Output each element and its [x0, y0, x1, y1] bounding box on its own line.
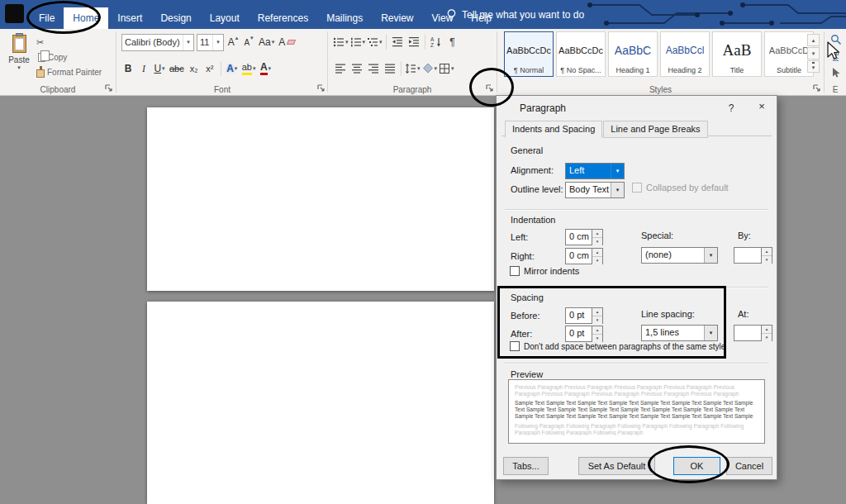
- close-button[interactable]: ×: [753, 100, 770, 112]
- help-button[interactable]: ?: [725, 102, 738, 114]
- show-formatting-button[interactable]: ¶: [445, 34, 460, 51]
- copy-button[interactable]: Copy: [36, 50, 67, 64]
- chevron-down-icon: ▾: [162, 65, 165, 72]
- styles-dialog-launcher[interactable]: [813, 84, 821, 93]
- clear-formatting-button[interactable]: A: [278, 34, 296, 51]
- underline-button[interactable]: U▾: [153, 60, 166, 78]
- shrink-font-button[interactable]: A▾: [242, 34, 255, 51]
- text-effects-button[interactable]: A▾: [226, 60, 239, 78]
- style-card-title[interactable]: AaB Title: [712, 31, 762, 77]
- shading-button[interactable]: ▾: [422, 60, 438, 78]
- cancel-button[interactable]: Cancel: [726, 457, 772, 475]
- sort-button[interactable]: AZ: [429, 34, 444, 51]
- line-spacing-button[interactable]: ▾: [405, 60, 421, 78]
- numbering-button[interactable]: ▾: [350, 34, 366, 51]
- tell-me-box[interactable]: Tell me what you want to do: [446, 0, 584, 29]
- ribbon-tab-home[interactable]: Home: [64, 7, 108, 29]
- borders-button[interactable]: ▾: [439, 60, 454, 78]
- chevron-down-icon: ▾: [345, 39, 349, 45]
- word-app-icon[interactable]: [5, 4, 24, 23]
- alignment-select[interactable]: Left ▾: [565, 163, 625, 179]
- spin-down-button[interactable]: ▾: [592, 316, 602, 324]
- chevron-down-icon[interactable]: ▾: [212, 35, 223, 50]
- font-size-select[interactable]: 11 ▾: [197, 34, 224, 51]
- checkbox-box[interactable]: [510, 266, 520, 276]
- superscript-button[interactable]: x²: [203, 60, 216, 78]
- document-page[interactable]: [147, 302, 494, 504]
- justify-button[interactable]: [383, 60, 397, 78]
- document-page[interactable]: [147, 107, 494, 291]
- outline-level-select[interactable]: Body Text ▾: [565, 182, 625, 198]
- spin-up-button[interactable]: ▴: [592, 308, 602, 316]
- spacing-after-spinner[interactable]: 0 pt ▴▾: [565, 326, 603, 342]
- spin-up-button[interactable]: ▴: [592, 249, 602, 257]
- dont-add-space-checkbox[interactable]: Don't add space between paragraphs of th…: [510, 341, 725, 351]
- spin-up-button[interactable]: ▴: [762, 326, 772, 334]
- ribbon-tab-file[interactable]: File: [30, 7, 64, 29]
- spin-down-button[interactable]: ▾: [762, 256, 772, 264]
- select-button[interactable]: [828, 65, 844, 80]
- cut-button[interactable]: ✂: [36, 36, 44, 50]
- line-spacing-select[interactable]: 1,5 lines ▾: [641, 325, 718, 341]
- decrease-indent-button[interactable]: [390, 34, 405, 51]
- ribbon-tab-mailings[interactable]: Mailings: [317, 7, 372, 29]
- ribbon-tab-review[interactable]: Review: [372, 7, 422, 29]
- spin-up-button[interactable]: ▴: [592, 326, 602, 335]
- spin-up-button[interactable]: ▴: [762, 248, 772, 256]
- chevron-down-icon[interactable]: ▾: [611, 164, 624, 178]
- mirror-indents-checkbox[interactable]: Mirror indents: [510, 266, 579, 276]
- bold-button[interactable]: B: [121, 60, 135, 78]
- increase-indent-button[interactable]: [406, 34, 421, 51]
- align-left-button[interactable]: [333, 60, 348, 78]
- tabs-button[interactable]: Tabs...: [503, 457, 549, 475]
- multilevel-list-button[interactable]: ▾: [367, 34, 383, 51]
- align-center-button[interactable]: [349, 60, 364, 78]
- special-select[interactable]: (none) ▾: [641, 247, 718, 264]
- font-dialog-launcher[interactable]: [317, 84, 326, 93]
- italic-button[interactable]: I: [137, 60, 150, 78]
- gallery-more-button[interactable]: ▾: [807, 60, 820, 73]
- ribbon-tab-design[interactable]: Design: [151, 7, 200, 29]
- tab-indents-and-spacing[interactable]: Indents and Spacing: [505, 121, 602, 138]
- highlight-button[interactable]: ab▾: [241, 60, 257, 78]
- align-right-button[interactable]: [366, 60, 381, 78]
- style-card-heading1[interactable]: AaBbC Heading 1: [608, 31, 658, 77]
- clipboard-dialog-launcher[interactable]: [105, 84, 113, 93]
- ribbon-tab-references[interactable]: References: [249, 7, 317, 29]
- bullets-button[interactable]: ▾: [333, 34, 349, 51]
- paste-button[interactable]: Paste ▾: [4, 32, 34, 83]
- gallery-down-button[interactable]: ▾: [807, 47, 820, 59]
- chevron-down-icon[interactable]: ▾: [704, 326, 717, 340]
- chevron-down-icon[interactable]: ▾: [704, 248, 717, 263]
- change-case-button[interactable]: Aa▾: [258, 34, 275, 51]
- subscript-button[interactable]: x₂: [188, 60, 201, 78]
- spacing-before-spinner[interactable]: 0 pt ▴▾: [565, 307, 603, 324]
- style-card-subtitle[interactable]: AaBbCcD Subtitle: [764, 31, 814, 77]
- spin-down-button[interactable]: ▾: [762, 334, 772, 341]
- gallery-up-button[interactable]: ▴: [807, 34, 820, 46]
- ribbon-tab-insert[interactable]: Insert: [108, 7, 151, 29]
- set-as-default-button[interactable]: Set As Default: [578, 457, 655, 475]
- checkbox-box[interactable]: [510, 341, 520, 351]
- indent-left-spinner[interactable]: 0 cm ▴▾: [565, 229, 603, 245]
- paragraph-dialog-launcher[interactable]: [486, 84, 494, 93]
- tab-line-and-page-breaks[interactable]: Line and Page Breaks: [603, 121, 707, 138]
- at-spinner[interactable]: ▴▾: [734, 325, 772, 341]
- style-card-normal[interactable]: AaBbCcDc ¶ Normal: [504, 31, 554, 77]
- font-color-button[interactable]: A▾: [259, 60, 273, 78]
- chevron-down-icon[interactable]: ▾: [611, 183, 624, 197]
- grow-font-button[interactable]: A▴: [226, 34, 240, 51]
- indent-right-spinner[interactable]: 0 cm ▴▾: [565, 248, 603, 264]
- font-family-select[interactable]: Calibri (Body) ▾: [121, 34, 194, 51]
- ribbon-tab-layout[interactable]: Layout: [201, 7, 249, 29]
- strikethrough-button[interactable]: abc: [169, 60, 185, 78]
- ok-button[interactable]: OK: [673, 457, 720, 475]
- style-card-heading2[interactable]: AaBbCcl Heading 2: [660, 31, 710, 77]
- spin-down-button[interactable]: ▾: [592, 238, 602, 245]
- format-painter-button[interactable]: Format Painter: [36, 65, 102, 79]
- by-spinner[interactable]: ▴▾: [734, 247, 772, 264]
- spin-down-button[interactable]: ▾: [592, 257, 602, 264]
- spin-up-button[interactable]: ▴: [592, 230, 602, 238]
- chevron-down-icon[interactable]: ▾: [183, 35, 193, 50]
- style-card-no-spacing[interactable]: AaBbCcDc ¶ No Spac...: [556, 31, 606, 77]
